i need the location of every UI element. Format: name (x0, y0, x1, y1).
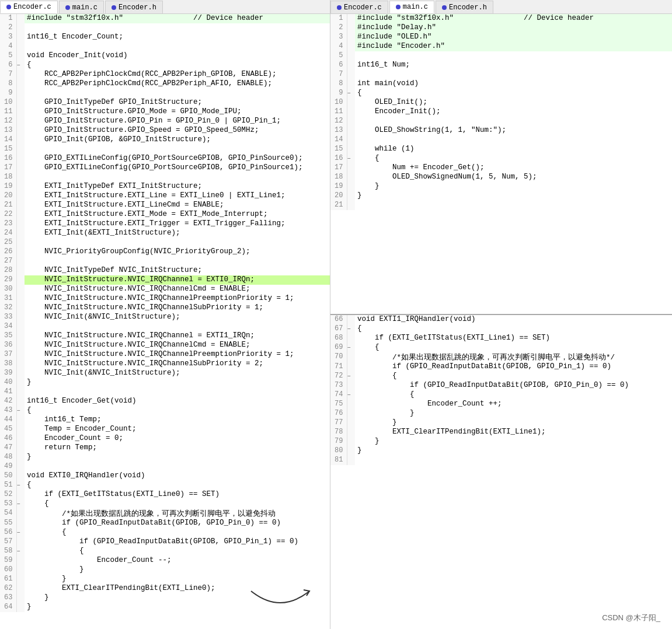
table-row: 15 while (1) (330, 145, 672, 154)
left-code-area[interactable]: 1#include "stm32f10x.h" // Device header… (0, 14, 330, 629)
fold-icon[interactable]: − (17, 548, 20, 555)
gutter-cell: − (16, 547, 25, 556)
fold-icon[interactable]: − (347, 326, 351, 333)
table-row: 50void EXTI0_IRQHandler(void) (0, 471, 330, 481)
line-number: 27 (0, 257, 16, 266)
gutter-cell (16, 425, 25, 434)
table-row: 44 int16_t Temp; (0, 415, 330, 425)
line-number: 28 (0, 266, 16, 275)
code-line: if (GPIO_ReadInputDataBit(GPIOB, GPIO_Pi… (25, 519, 330, 528)
gutter-cell (16, 247, 25, 257)
table-row: 38 NVIC_InitStructure.NVIC_IRQChannelSub… (0, 359, 330, 369)
tab-label-encoder-h-right: Encoder.h (449, 4, 487, 12)
line-number: 22 (0, 210, 16, 219)
code-line: OLED_ShowString(1, 1, "Num:"); (355, 126, 672, 135)
fold-icon[interactable]: − (17, 483, 20, 489)
table-row: 66void EXTI1_IRQHandler(void) (330, 315, 672, 324)
fold-icon[interactable]: − (347, 90, 351, 97)
line-number: 73 (330, 381, 347, 390)
line-number: 29 (0, 275, 16, 285)
table-row: 74− { (330, 390, 672, 400)
line-number: 34 (0, 322, 16, 331)
code-line (25, 145, 330, 154)
tab-label-encoder-c-left: Encoder.c (13, 3, 51, 11)
tab-dot (396, 5, 401, 9)
gutter-cell (347, 191, 355, 201)
fold-icon[interactable]: − (347, 345, 351, 351)
fold-icon[interactable]: − (17, 501, 20, 508)
code-line (355, 70, 672, 79)
tab-main-c-right[interactable]: main.c (389, 1, 434, 13)
table-row: 8int main(void) (330, 79, 672, 89)
gutter-cell (16, 285, 25, 294)
gutter-cell (347, 51, 355, 61)
line-number: 18 (0, 173, 16, 182)
tab-label-main-c-right: main.c (403, 3, 428, 11)
fold-icon[interactable]: − (17, 62, 20, 69)
table-row: 68 if (EXTI_GetITStatus(EXTI_Line1) == S… (330, 334, 672, 343)
line-number: 61 (0, 575, 16, 584)
line-number: 81 (330, 456, 347, 465)
gutter-cell (16, 257, 25, 266)
line-number: 33 (0, 313, 16, 322)
line-number: 63 (0, 593, 16, 603)
gutter-cell: − (16, 528, 25, 537)
tab-encoder-h-right[interactable]: Encoder.h (436, 1, 493, 13)
fold-icon[interactable]: − (17, 530, 20, 536)
table-row: 19 } (330, 182, 672, 191)
gutter-cell (16, 537, 25, 547)
table-row: 21 EXTI_InitStructure.EXTI_LineCmd = ENA… (0, 201, 330, 210)
code-line: RCC_APB2PeriphClockCmd(RCC_APB2Periph_AF… (25, 79, 330, 89)
table-row: 72− { (330, 372, 672, 381)
line-number: 51 (0, 481, 16, 490)
gutter-cell (16, 359, 25, 369)
code-line (25, 462, 330, 471)
table-row: 54 /*如果出现数据乱跳的现象，可再次判断引脚电平，以避免抖动 (0, 509, 330, 519)
code-line: GPIO_InitTypeDef GPIO_InitStructure; (25, 98, 330, 107)
code-line: Encoder_Count --; (25, 556, 330, 565)
code-line: if (GPIO_ReadInputDataBit(GPIOB, GPIO_Pi… (355, 362, 672, 372)
gutter-cell: − (347, 154, 355, 163)
right-code-area-top[interactable]: 1#include "stm32f10x.h" // Device header… (330, 14, 672, 314)
line-number: 9 (0, 89, 16, 98)
code-line: } (355, 437, 672, 446)
tab-main-c-left[interactable]: main.c (59, 1, 104, 13)
tab-encoder-c-right[interactable]: Encoder.c (330, 1, 388, 13)
line-number: 7 (0, 70, 16, 79)
line-number: 44 (0, 415, 16, 425)
tab-encoder-c-left[interactable]: Encoder.c (0, 1, 58, 13)
gutter-cell (16, 387, 25, 397)
line-number: 8 (330, 79, 347, 89)
code-line: NVIC_Init(&NVIC_InitStructure); (25, 313, 330, 322)
line-number: 31 (0, 294, 16, 303)
gutter-cell (347, 428, 355, 437)
table-row: 55 if (GPIO_ReadInputDataBit(GPIOB, GPIO… (0, 519, 330, 528)
line-number: 5 (330, 51, 347, 61)
code-line (25, 23, 330, 33)
line-number: 72 (330, 372, 347, 381)
table-row: 34 (0, 322, 330, 331)
line-number: 11 (0, 107, 16, 117)
code-line: int main(void) (355, 79, 672, 89)
line-number: 59 (0, 556, 16, 565)
code-line: OLED_ShowSignedNum(1, 5, Num, 5); (355, 173, 672, 182)
gutter-cell (16, 145, 25, 154)
gutter-cell (16, 229, 25, 238)
fold-icon[interactable]: − (347, 373, 351, 380)
table-row: 48} (0, 453, 330, 462)
gutter-cell (16, 266, 25, 275)
gutter-cell (347, 334, 355, 343)
gutter-cell (347, 315, 355, 324)
table-row: 36 NVIC_InitStructure.NVIC_IRQChannelCmd… (0, 341, 330, 350)
gutter-cell (347, 98, 355, 107)
gutter-cell (16, 51, 25, 61)
fold-icon[interactable]: − (347, 392, 351, 399)
table-row: 7 (330, 70, 672, 79)
code-line: NVIC_InitStructure.NVIC_IRQChannel = EXT… (25, 331, 330, 341)
tab-dot (337, 5, 342, 10)
fold-icon[interactable]: − (347, 156, 351, 162)
code-line: { (25, 499, 330, 509)
code-line: NVIC_InitTypeDef NVIC_InitStructure; (25, 266, 330, 275)
tab-encoder-h-left[interactable]: Encoder.h (105, 1, 163, 13)
fold-icon[interactable]: − (17, 408, 20, 414)
